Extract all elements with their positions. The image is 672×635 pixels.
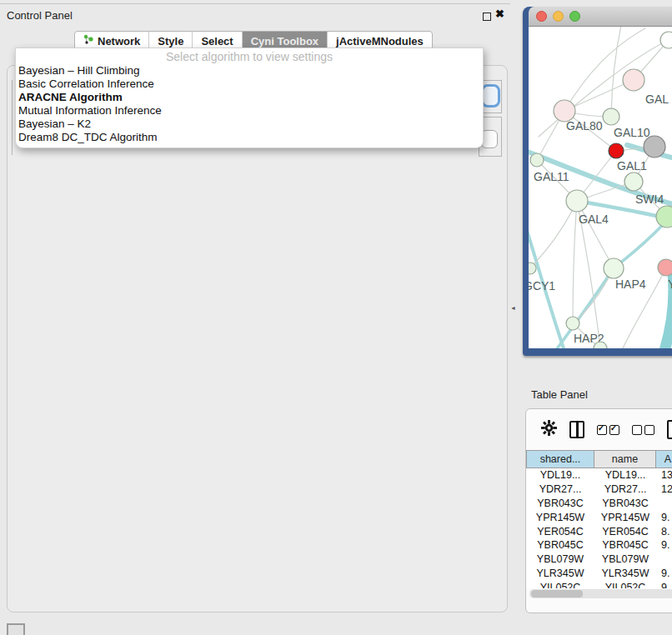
column-header-name[interactable]: name	[594, 450, 656, 468]
splitter-collapse-arrow[interactable]: ◄	[510, 305, 516, 311]
table-row[interactable]: YBR045CYBR045C9.	[526, 538, 672, 552]
table-row[interactable]: YBR043CYBR043C	[526, 497, 672, 511]
table-panel: shared... name A YDL19...YDL19...13YDR27…	[525, 408, 672, 613]
table-row[interactable]: YPR145WYPR145W9.	[526, 510, 672, 524]
algorithm-dropdown: Select algorithm to view settings Bayesi…	[15, 48, 484, 148]
table-body: YDL19...YDL19...13YDR27...YDR27...12YBR0…	[526, 468, 672, 588]
node-label: GAL1	[617, 159, 647, 172]
network-node[interactable]	[603, 108, 619, 125]
network-node[interactable]	[604, 258, 624, 278]
node-label: GCY1	[529, 279, 555, 292]
network-node[interactable]	[529, 262, 536, 274]
table-cell: YBR045C	[594, 539, 656, 551]
algorithm-option[interactable]: Mutual Information Inference	[16, 104, 483, 118]
node-label: Y	[668, 278, 672, 291]
table-cell: YIL052C	[526, 582, 594, 588]
table-row[interactable]: YLR345WYLR345W9.	[526, 567, 672, 581]
table-cell: YBR043C	[526, 498, 594, 509]
network-edges	[529, 27, 672, 348]
tab-label: Style	[158, 35, 183, 48]
close-icon[interactable]: ✖	[495, 8, 504, 20]
node-label: GAL4	[579, 212, 609, 226]
table-cell: 9.	[656, 539, 672, 551]
tab-label: Network	[98, 35, 140, 48]
table-cell: YBL079W	[594, 553, 656, 565]
table-horizontal-scrollbar[interactable]	[529, 589, 672, 598]
network-node[interactable]	[566, 190, 588, 212]
minimized-panel-icon[interactable]	[7, 623, 25, 635]
node-label: HAP4	[615, 278, 646, 291]
network-node[interactable]	[624, 172, 643, 191]
algorithm-option[interactable]: Basic Correlation Inference	[16, 78, 483, 91]
panel-title: Control Panel	[7, 9, 73, 22]
focused-combo-fragment	[481, 84, 500, 108]
table-row[interactable]: YDL19...YDL19...13	[526, 468, 672, 482]
mac-zoom-button[interactable]	[569, 11, 580, 22]
network-window: GALGAL80GAL10GAL11GAL1SWI4GAL4GCY1HAP4YH…	[523, 7, 672, 356]
dropdown-placeholder: Select algorithm to view settings	[16, 48, 483, 64]
tab-label: jActiveMNodules	[336, 35, 424, 48]
table-cell: 9.	[656, 568, 672, 579]
network-window-titlebar[interactable]	[529, 7, 672, 27]
network-node[interactable]	[609, 143, 624, 158]
node-label: GAL11	[534, 170, 569, 183]
export-table-icon[interactable]	[667, 420, 672, 439]
table-cell: YLR345W	[526, 568, 594, 579]
columns-icon[interactable]	[569, 421, 584, 438]
deselect-all-columns-icon[interactable]	[632, 425, 654, 435]
table-cell: YDR27...	[526, 483, 594, 495]
table-row[interactable]: YDR27...YDR27...12	[526, 482, 672, 497]
network-node[interactable]	[660, 32, 672, 48]
table-cell: 8.	[656, 526, 672, 538]
algorithm-option[interactable]: Bayesian – K2	[16, 118, 483, 131]
network-node[interactable]	[656, 206, 672, 228]
select-all-columns-icon[interactable]	[597, 425, 619, 435]
network-node[interactable]	[566, 317, 579, 330]
tab-label: Select	[201, 35, 233, 48]
node-label: GAL	[645, 92, 669, 106]
table-cell: YPR145W	[526, 512, 594, 523]
table-cell: YBR043C	[594, 498, 656, 509]
network-node[interactable]	[644, 136, 665, 158]
table-panel-title: Table Panel	[531, 388, 588, 401]
table-header: shared... name A	[526, 450, 672, 468]
mac-close-button[interactable]	[536, 11, 547, 22]
algorithm-option[interactable]: Dream8 DC_TDC Algorithm	[16, 131, 483, 144]
network-node[interactable]	[623, 69, 644, 91]
table-cell: 12	[656, 483, 672, 495]
network-node[interactable]	[530, 153, 544, 167]
table-cell: 9.	[656, 512, 672, 523]
network-node[interactable]	[658, 259, 672, 276]
table-row[interactable]: YIL052CYIL052C9.	[526, 580, 672, 588]
table-row[interactable]: YER054CYER054C8.	[526, 524, 672, 538]
background-frame-fragment	[12, 80, 13, 155]
mac-minimize-button[interactable]	[553, 11, 564, 22]
screenshot-root: Control Panel ✖ Network Style Select Cyn…	[0, 0, 672, 635]
window-top-border	[0, 3, 510, 4]
background-button-fragment	[481, 130, 498, 148]
column-header-shared-name[interactable]: shared...	[526, 450, 594, 468]
table-cell: YPR145W	[594, 512, 656, 523]
table-cell: YER054C	[594, 526, 656, 538]
algorithm-list: Bayesian – Hill ClimbingBasic Correlatio…	[16, 64, 483, 144]
table-row[interactable]: YBL079WYBL079W	[526, 552, 672, 567]
gear-icon[interactable]	[541, 420, 557, 439]
table-cell: YBR045C	[526, 539, 594, 551]
algorithm-option[interactable]: Bayesian – Hill Climbing	[16, 64, 483, 78]
table-cell: 13	[656, 469, 672, 481]
tab-label: Cyni Toolbox	[251, 35, 318, 48]
table-cell: YDL19...	[526, 469, 594, 481]
algorithm-option[interactable]: ARACNE Algorithm	[16, 91, 483, 104]
table-cell: YLR345W	[594, 568, 656, 579]
table-cell: YDR27...	[594, 483, 656, 495]
node-label: SWI4	[635, 192, 664, 206]
column-header-partial[interactable]: A	[656, 450, 672, 468]
float-window-icon[interactable]	[483, 12, 491, 21]
node-label: GAL80	[566, 119, 603, 132]
node-label: GAL10	[614, 126, 650, 139]
network-canvas[interactable]: GALGAL80GAL10GAL11GAL1SWI4GAL4GCY1HAP4YH…	[529, 27, 672, 348]
table-cell: YBL079W	[526, 553, 594, 565]
table-cell: YER054C	[526, 526, 594, 538]
network-graph: GALGAL80GAL10GAL11GAL1SWI4GAL4GCY1HAP4YH…	[529, 27, 672, 348]
table-cell: 9.	[656, 582, 672, 588]
